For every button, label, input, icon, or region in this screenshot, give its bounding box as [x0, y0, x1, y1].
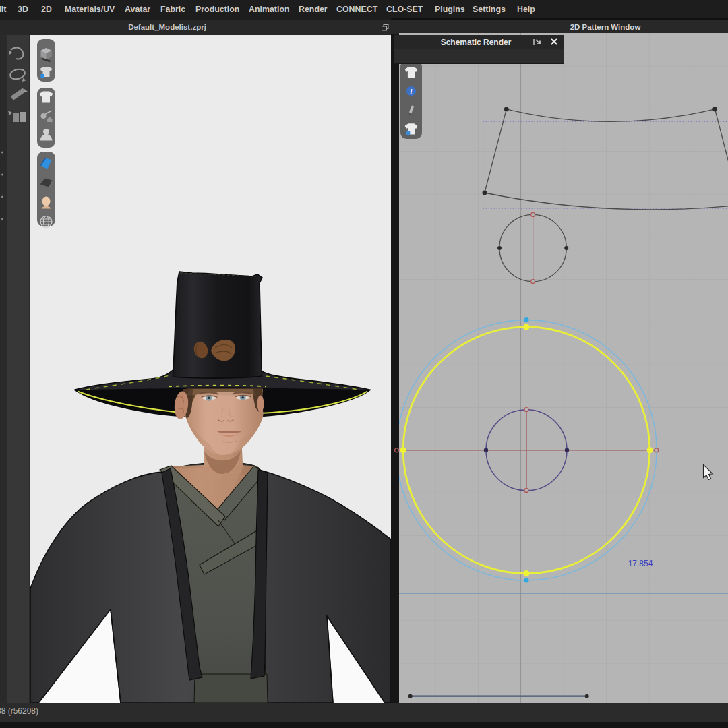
- svg-text:i: i: [411, 88, 413, 95]
- svg-text:17.854: 17.854: [628, 559, 653, 568]
